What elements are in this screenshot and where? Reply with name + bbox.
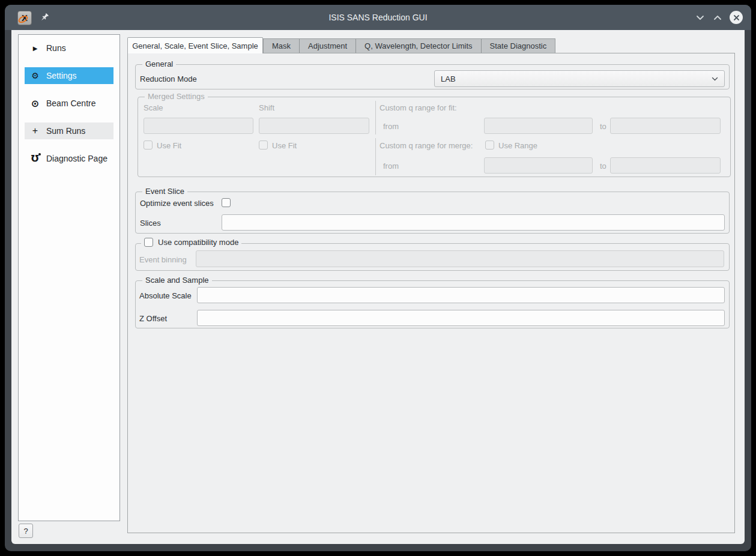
merged-settings-group-title: Merged Settings bbox=[145, 92, 208, 101]
merged-settings-groupbox: Merged Settings Scale Shift Custom q ran… bbox=[138, 97, 731, 177]
z-offset-input[interactable] bbox=[197, 310, 725, 326]
sidebar-item-label: Beam Centre bbox=[46, 98, 95, 108]
q-fit-to-label: to bbox=[600, 122, 606, 131]
absolute-scale-label: Absolute Scale bbox=[139, 291, 192, 300]
tab-general-scale-event-slice-sample[interactable]: General, Scale, Event Slice, Sample bbox=[127, 37, 263, 53]
q-merge-to-input bbox=[610, 157, 721, 174]
tab-adjustment[interactable]: Adjustment bbox=[300, 39, 356, 53]
tab-q-wavelength-detector-limits[interactable]: Q, Wavelength, Detector Limits bbox=[356, 39, 481, 53]
reduction-mode-value: LAB bbox=[441, 74, 712, 83]
chevron-down-icon bbox=[712, 77, 718, 81]
play-icon: ▶ bbox=[30, 45, 40, 52]
inactive-tabs: Mask Adjustment Q, Wavelength, Detector … bbox=[263, 38, 555, 53]
custom-q-range-merge-label: Custom q range for merge: bbox=[380, 141, 473, 150]
custom-q-range-fit-label: Custom q range for fit: bbox=[380, 103, 457, 112]
sidebar-item-sum-runs[interactable]: + Sum Runs bbox=[25, 122, 113, 139]
app-window: X ISIS SANS Reduction GUI bbox=[5, 5, 751, 551]
sidebar-item-label: Runs bbox=[46, 43, 66, 53]
optimize-event-slices-checkbox[interactable] bbox=[222, 198, 231, 207]
scale-use-fit-label: Use Fit bbox=[157, 141, 181, 150]
q-fit-to-input bbox=[610, 118, 721, 134]
sidebar-item-runs[interactable]: ▶ Runs bbox=[25, 40, 113, 56]
sidebar-item-label: Diagnostic Page bbox=[46, 154, 107, 163]
gear-icon: ⚙ bbox=[30, 71, 40, 80]
scale-and-sample-groupbox: Scale and Sample Absolute Scale Z Offset bbox=[135, 280, 730, 328]
optimize-event-slices-label: Optimize event slices bbox=[140, 199, 214, 208]
sidebar-item-beam-centre[interactable]: ⊙ Beam Centre bbox=[25, 95, 113, 112]
merged-shift-label: Shift bbox=[259, 103, 274, 112]
shift-use-fit-label: Use Fit bbox=[272, 141, 297, 150]
use-range-checkbox bbox=[485, 141, 494, 150]
maximize-button[interactable] bbox=[712, 12, 723, 23]
q-fit-from-label: from bbox=[383, 122, 399, 131]
reduction-mode-label: Reduction Mode bbox=[140, 74, 197, 83]
help-button[interactable]: ? bbox=[19, 524, 33, 538]
merged-scale-input bbox=[144, 118, 253, 134]
minimize-button[interactable] bbox=[695, 12, 706, 23]
window-controls bbox=[695, 5, 743, 30]
main-content: ▶ Runs ⚙ Settings ⊙ Beam Centre + Sum Ru… bbox=[11, 30, 745, 544]
scale-use-fit-checkbox bbox=[144, 141, 153, 150]
event-slice-group-title: Event Slice bbox=[142, 187, 187, 196]
merged-shift-input bbox=[259, 118, 369, 134]
slices-label: Slices bbox=[140, 219, 161, 228]
target-icon: ⊙ bbox=[30, 98, 40, 109]
use-compatibility-mode-checkbox[interactable] bbox=[144, 238, 153, 247]
tab-bar: General, Scale, Event Slice, Sample Mask… bbox=[127, 37, 555, 53]
stethoscope-icon: ℧ bbox=[30, 153, 40, 164]
scale-and-sample-group-title: Scale and Sample bbox=[142, 276, 212, 285]
titlebar: X ISIS SANS Reduction GUI bbox=[5, 5, 751, 30]
window-title: ISIS SANS Reduction GUI bbox=[5, 5, 751, 30]
slices-input[interactable] bbox=[222, 214, 725, 231]
merged-scale-label: Scale bbox=[144, 103, 163, 112]
vertical-separator bbox=[375, 101, 376, 134]
event-binning-input bbox=[196, 250, 724, 267]
general-groupbox: General Reduction Mode LAB bbox=[135, 64, 730, 89]
general-group-title: General bbox=[142, 59, 176, 68]
plus-icon: + bbox=[30, 125, 40, 136]
reduction-mode-select[interactable]: LAB bbox=[434, 70, 725, 87]
tab-state-diagnostic[interactable]: State Diagnostic bbox=[482, 39, 555, 53]
sidebar-item-settings[interactable]: ⚙ Settings bbox=[25, 67, 113, 84]
close-button[interactable] bbox=[730, 11, 743, 24]
tab-content-pane: General Reduction Mode LAB Merged Settin… bbox=[127, 53, 735, 533]
event-binning-label: Event binning bbox=[139, 255, 187, 264]
z-offset-label: Z Offset bbox=[139, 314, 167, 323]
q-merge-from-input bbox=[484, 157, 593, 174]
q-merge-to-label: to bbox=[600, 162, 606, 171]
event-slice-groupbox: Event Slice Optimize event slices Slices bbox=[135, 192, 730, 234]
q-merge-from-label: from bbox=[383, 162, 399, 171]
q-fit-from-input bbox=[484, 118, 593, 134]
shift-use-fit-checkbox bbox=[259, 141, 268, 150]
sidebar-item-diagnostic-page[interactable]: ℧ Diagnostic Page bbox=[25, 150, 113, 167]
sidebar-nav: ▶ Runs ⚙ Settings ⊙ Beam Centre + Sum Ru… bbox=[18, 34, 120, 521]
compatibility-mode-groupbox: Use compatibility mode Event binning bbox=[135, 243, 730, 271]
tab-mask[interactable]: Mask bbox=[264, 39, 300, 53]
sidebar-item-label: Settings bbox=[46, 71, 77, 80]
sidebar-item-label: Sum Runs bbox=[46, 126, 85, 136]
use-range-label: Use Range bbox=[498, 141, 537, 150]
vertical-separator bbox=[375, 138, 376, 175]
absolute-scale-input[interactable] bbox=[197, 287, 725, 303]
use-compatibility-mode-label: Use compatibility mode bbox=[158, 238, 238, 247]
